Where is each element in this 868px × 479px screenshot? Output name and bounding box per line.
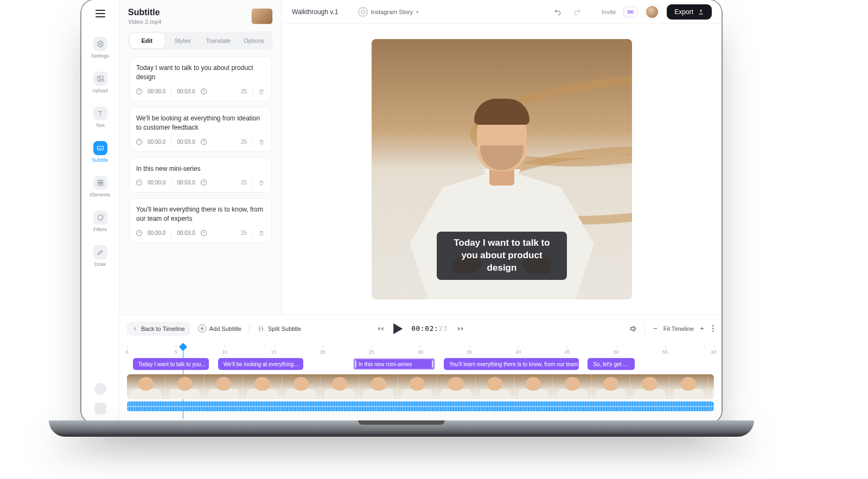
- user-avatar[interactable]: [645, 5, 659, 19]
- tab-options[interactable]: Options: [237, 33, 271, 48]
- timeline[interactable]: 051015202530354045505560 Today I want to…: [119, 342, 722, 423]
- timeline-subtitle-clip[interactable]: In this new mini-series: [353, 358, 435, 370]
- ruler-tick: [420, 345, 421, 348]
- help-icon[interactable]: [94, 383, 106, 395]
- fit-label: Fit Timeline: [663, 325, 694, 332]
- collaborator-badge[interactable]: SK: [623, 7, 637, 17]
- char-count: 25: [241, 88, 247, 94]
- ruler-tick: [567, 345, 568, 348]
- more-menu-button[interactable]: [712, 325, 714, 332]
- track-audio[interactable]: [127, 401, 714, 411]
- rail-item-subtitle[interactable]: Subtitle: [81, 138, 119, 166]
- delete-subtitle-button[interactable]: [258, 138, 265, 146]
- panel-title: Subtitle: [128, 8, 162, 17]
- end-time[interactable]: 00:03.0: [177, 230, 195, 236]
- rail-label: Draw: [94, 261, 106, 267]
- timeline-subtitle-clip[interactable]: We'll be looking at everything...: [218, 358, 303, 370]
- video-frame-thumb: [669, 374, 708, 399]
- video-preview[interactable]: Today I want to talk to you about produc…: [372, 39, 632, 299]
- misc-icon[interactable]: [94, 403, 106, 414]
- track-video[interactable]: [127, 374, 714, 399]
- end-time[interactable]: 00:03.0: [177, 88, 195, 94]
- rail-item-upload[interactable]: Upload: [81, 68, 119, 97]
- chevron-down-icon: ▾: [416, 9, 419, 15]
- rail-item-draw[interactable]: Draw: [81, 242, 119, 270]
- volume-button[interactable]: [629, 324, 638, 333]
- clip-label: Today I want to talk to you...: [138, 361, 206, 367]
- rail-item-elements[interactable]: Elements: [81, 173, 119, 201]
- play-button[interactable]: [393, 323, 403, 334]
- delete-subtitle-button[interactable]: [258, 229, 265, 237]
- subtitle-text[interactable]: You'll learn everything there is to know…: [136, 205, 265, 224]
- video-frame-thumb: [476, 374, 514, 399]
- video-frame-thumb: [243, 374, 282, 399]
- image-icon: [93, 72, 107, 86]
- tab-styles[interactable]: Styles: [165, 33, 200, 48]
- back-to-timeline-button[interactable]: Back to Timeline: [127, 322, 190, 336]
- ruler-label: 35: [467, 349, 472, 355]
- rail-item-filters[interactable]: Filters: [81, 207, 119, 235]
- redo-button[interactable]: [571, 6, 583, 18]
- undo-button[interactable]: [552, 6, 564, 18]
- start-time[interactable]: 00:00.0: [148, 180, 165, 186]
- tab-edit[interactable]: Edit: [130, 33, 164, 48]
- menu-icon[interactable]: [95, 10, 105, 17]
- clock-icon: [136, 180, 142, 186]
- clock-icon: [201, 139, 207, 145]
- rail-label: Elements: [90, 192, 111, 197]
- subtitle-text[interactable]: We'll be looking at everything from idea…: [136, 114, 265, 133]
- add-subtitle-button[interactable]: Add Subtitle: [198, 324, 241, 333]
- upload-icon: [698, 9, 704, 15]
- rail-item-settings[interactable]: Settings: [81, 34, 119, 62]
- ruler-label: 15: [271, 349, 276, 355]
- ruler-tick: [665, 345, 666, 348]
- end-time[interactable]: 00:03.0: [177, 180, 195, 186]
- char-count: 25: [241, 139, 247, 145]
- subtitle-card[interactable]: In this new mini-series 00:00.0 00:03.0 …: [129, 157, 272, 193]
- split-subtitle-button[interactable]: Split Subtitle: [257, 325, 301, 333]
- timeline-subtitle-clip[interactable]: Today I want to talk to you...: [133, 358, 209, 370]
- zoom-in-button[interactable]: +: [698, 325, 706, 333]
- subtitle-card[interactable]: Today I want to talk to you about produc…: [129, 56, 272, 101]
- ruler[interactable]: 051015202530354045505560: [127, 345, 714, 356]
- video-thumbnail[interactable]: [251, 8, 273, 24]
- subtitle-panel: Subtitle Video 2.mp4 Edit Styles Transla…: [119, 0, 282, 315]
- subtitle-text[interactable]: Today I want to talk to you about produc…: [136, 63, 265, 82]
- video-frame-thumb: [437, 374, 475, 399]
- transport-bar: Back to Timeline Add Subtitle Split Subt…: [119, 315, 722, 342]
- subtitle-text[interactable]: In this new mini-series: [136, 164, 265, 174]
- aspect-selector[interactable]: Instagram Story ▾: [359, 8, 419, 16]
- clock-icon: [136, 88, 142, 94]
- subtitle-card[interactable]: You'll learn everything there is to know…: [129, 198, 272, 243]
- export-button[interactable]: Export: [667, 4, 712, 20]
- start-time[interactable]: 00:00.0: [148, 230, 165, 236]
- project-name[interactable]: Walkthrough v.1: [292, 8, 338, 16]
- rewind-button[interactable]: [376, 324, 385, 333]
- delete-subtitle-button[interactable]: [258, 179, 265, 187]
- video-frame-thumb: [553, 374, 591, 399]
- forward-button[interactable]: [456, 324, 465, 333]
- subtitle-card[interactable]: We'll be looking at everything from idea…: [129, 107, 272, 152]
- rail-item-text[interactable]: Text: [81, 103, 119, 131]
- ruler-tick: [518, 345, 519, 348]
- panel-tabs: Edit Styles Translate Options: [128, 31, 273, 50]
- plus-circle-icon: [198, 324, 206, 333]
- invite-link[interactable]: Invite: [602, 9, 616, 15]
- start-time[interactable]: 00:00.0: [148, 88, 165, 94]
- zoom-out-button[interactable]: −: [652, 325, 659, 333]
- clip-label: You'll learn everything there is to know…: [449, 361, 579, 367]
- preview-area: Today I want to talk to you about produc…: [282, 24, 722, 315]
- track-subtitles[interactable]: Today I want to talk to you...We'll be l…: [127, 358, 714, 371]
- tab-translate[interactable]: Translate: [201, 33, 236, 48]
- end-time[interactable]: 00:03.0: [177, 139, 195, 145]
- rail-label: Upload: [92, 88, 108, 93]
- ruler-label: 55: [662, 349, 668, 355]
- split-icon: [257, 325, 265, 333]
- timeline-subtitle-clip[interactable]: You'll learn everything there is to know…: [444, 358, 579, 370]
- rail-label: Settings: [91, 53, 109, 59]
- start-time[interactable]: 00:00.0: [148, 139, 165, 145]
- clock-icon: [201, 180, 207, 186]
- timeline-subtitle-clip[interactable]: So, let's get ...: [588, 358, 635, 370]
- ruler-tick: [323, 345, 323, 348]
- delete-subtitle-button[interactable]: [258, 88, 265, 95]
